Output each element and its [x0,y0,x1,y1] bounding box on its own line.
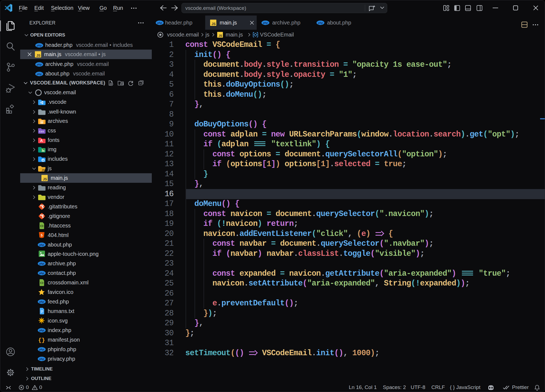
svg-text:JS: JS [41,169,45,172]
